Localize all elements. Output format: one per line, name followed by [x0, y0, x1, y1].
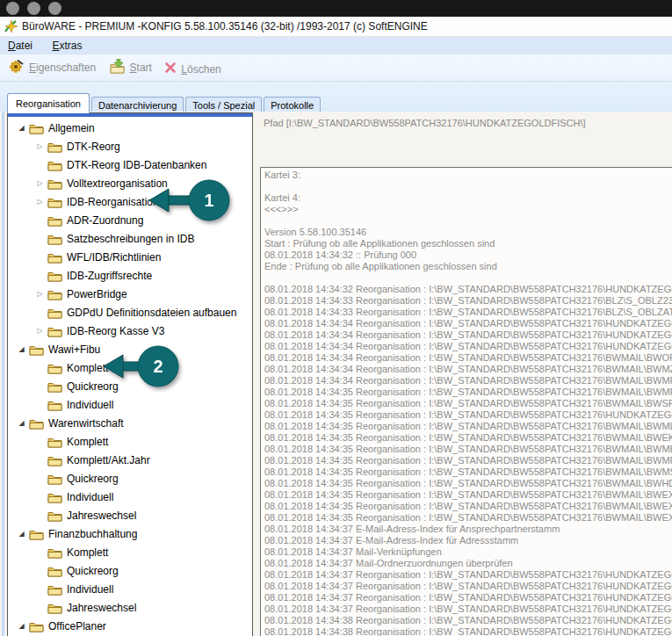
window-close-button[interactable] [6, 2, 19, 15]
log-line: 08.01.2018 14:34:37 Reorganisation : I:\… [264, 592, 672, 603]
log-line: 08.01.2018 14:34:35 Reorganisation : I:\… [264, 512, 672, 524]
folder-icon [47, 307, 62, 318]
window-title: BüroWARE - PREMIUM -KONFIG 5.58.100.3514… [22, 20, 428, 33]
tree-item-satzbeschreibungen-in-idb[interactable]: Satzbeschreibungen in IDB [8, 229, 252, 248]
tree-item-individuell[interactable]: Individuell [8, 580, 252, 598]
tree-item-label: Komplett [67, 546, 108, 559]
tree-item-powerbridge[interactable]: ▷PowerBridge [8, 285, 252, 303]
folder-icon [29, 417, 44, 429]
folder-icon [47, 141, 62, 152]
start-label: Start [130, 61, 152, 74]
tree-item-individuell[interactable]: Individuell [8, 395, 252, 414]
callout-2-arrow-badge: 2 [100, 342, 184, 391]
menu-datei[interactable]: Datei [0, 37, 40, 52]
window-maximize-button[interactable] [48, 2, 61, 15]
log-line: 08.01.2018 14:34:35 Reorganisation : I:\… [264, 409, 672, 421]
log-line: 08.01.2018 14:34:38 Reorganisation : I:\… [264, 615, 672, 626]
expand-expander-icon[interactable]: ▷ [35, 142, 45, 151]
collapse-expander-icon[interactable]: ◢ [17, 622, 26, 631]
window-chrome-bar [0, 0, 672, 17]
folder-icon [47, 214, 62, 226]
expand-expander-icon[interactable]: ▷ [35, 179, 45, 188]
folder-icon [47, 473, 62, 484]
tree-item-label: IDB-Reorganisation [67, 196, 159, 208]
tree-item-komplett[interactable]: Komplett [8, 432, 252, 451]
tree-panel-top-strip [8, 113, 252, 117]
path-label: Pfad [I:\BW_STANDARD\BW558PATCH32176\HUN… [264, 118, 586, 128]
tree-item-wfl-idb-richtlinien[interactable]: WFL/IDB/Richtlinien [8, 248, 252, 266]
expand-expander-icon[interactable]: ▷ [35, 290, 45, 299]
tab-strip: ReorganisationDatenarchivierungTools / S… [7, 91, 322, 112]
tree-item-label: Quickreorg [67, 565, 119, 577]
tree-item-komplett-akt-jahr[interactable]: Komplett/Akt.Jahr [8, 451, 252, 469]
tree-item-label: PowerBridge [67, 288, 127, 300]
folder-icon [47, 251, 62, 263]
menu-extras[interactable]: Extras [44, 37, 90, 52]
tree-item-officeplaner[interactable]: ◢OfficePlaner [8, 617, 252, 635]
eigenschaften-label: Eigenschaften [29, 61, 96, 74]
tree-item-label: Individuell [67, 583, 113, 596]
loeschen-button[interactable]: Löschen [164, 61, 220, 76]
folder-icon [47, 510, 62, 521]
log-line: <<<>>> [264, 204, 672, 215]
log-line: 08.01.2018 14:34:34 Reorganisation : I:\… [264, 375, 672, 387]
log-line: 08.01.2018 14:34:37 Reorganisation : I:\… [264, 569, 672, 581]
start-button[interactable]: Start [109, 59, 152, 76]
log-line: 08.01.2018 14:34:37 E-Mail-Adress-Index … [264, 524, 672, 535]
tree-item-allgemein[interactable]: ◢Allgemein [8, 119, 252, 137]
tree-item-individuell[interactable]: Individuell [8, 488, 252, 506]
folder-icon [29, 620, 44, 632]
tree-item-gdpdu-definitionsdateien-aufbauen[interactable]: GDPdU Definitionsdateien aufbauen [8, 303, 252, 322]
eigenschaften-button[interactable]: Eigenschaften [9, 59, 96, 76]
expand-expander-icon[interactable]: ▷ [35, 327, 45, 336]
expand-expander-icon[interactable]: ▷ [35, 198, 45, 206]
log-line: 08.01.2018 14:34:37 E-Mail-Adress-Index … [264, 535, 672, 546]
log-line: 08.01.2018 14:34:35 Reorganisation : I:\… [264, 444, 672, 455]
folder-icon [29, 528, 44, 539]
log-line [264, 215, 672, 227]
folder-icon [47, 380, 62, 392]
tree-item-jahreswechsel[interactable]: Jahreswechsel [8, 598, 252, 617]
log-line: 08.01.2018 14:34:32 :: Prüfung 000 [264, 249, 672, 261]
tree-item-label: DTK-Reorg IDB-Datenbanken [67, 159, 206, 171]
log-line: Version 5.58.100.35146 [264, 227, 672, 238]
tree-item-dtk-reorg[interactable]: ▷DTK-Reorg [8, 137, 252, 155]
log-line [264, 181, 672, 192]
start-folder-icon [109, 59, 126, 76]
tree-item-quickreorg[interactable]: Quickreorg [8, 561, 252, 580]
callout-1-arrow-badge: 1 [146, 176, 234, 225]
collapse-expander-icon[interactable]: ◢ [17, 124, 26, 133]
tab-reorganisation[interactable]: Reorganisation [7, 93, 90, 113]
log-line: Start : Prüfung ob alle Applikationen ge… [264, 238, 672, 249]
tree-item-label: Individuell [67, 491, 113, 503]
log-line: 08.01.2018 14:34:34 Reorganisation : I:\… [264, 329, 672, 341]
folder-icon [47, 159, 62, 170]
folder-icon [47, 583, 62, 595]
title-bar: BüroWARE - PREMIUM -KONFIG 5.58.100.3514… [0, 17, 672, 37]
tree-item-label: Komplett [67, 436, 108, 448]
tree-item-dtk-reorg-idb-datenbanken[interactable]: DTK-Reorg IDB-Datenbanken [8, 155, 252, 174]
tree-item-label: Wawi+Fibu [48, 343, 100, 356]
collapse-expander-icon[interactable]: ◢ [17, 530, 26, 538]
tree-item-komplett[interactable]: Komplett [8, 543, 252, 561]
window-minimize-button[interactable] [27, 2, 40, 15]
tree-item-idb-zugriffsrechte[interactable]: IDB-Zugriffsrechte [8, 266, 252, 285]
tree-item-quickreorg[interactable]: Quickreorg [8, 469, 252, 488]
log-line: 08.01.2018 14:34:35 Reorganisation : I:\… [264, 489, 672, 501]
log-line: 08.01.2018 14:34:37 Mail-Ordnerzuordnung… [264, 558, 672, 569]
tree-item-label: ADR-Zuordnung [67, 214, 143, 227]
tree-item-finanzbuchhaltung[interactable]: ◢Finanzbuchhaltung [8, 524, 252, 543]
log-line: 08.01.2018 14:34:38 Reorganisation : I:\… [264, 626, 672, 636]
log-line: 08.01.2018 14:34:34 Reorganisation : I:\… [264, 341, 672, 352]
tree-item-label: GDPdU Definitionsdateien aufbauen [67, 307, 236, 319]
protocol-log-box[interactable]: Kartei 3:Kartei 4:<<<>>>Version 5.58.100… [260, 167, 672, 636]
tree-item-label: Individuell [67, 399, 113, 411]
log-line: 08.01.2018 14:34:35 Reorganisation : I:\… [264, 501, 672, 512]
tree-item-warenwirtschaft[interactable]: ◢Warenwirtschaft [8, 414, 252, 432]
tree-item-jahreswechsel[interactable]: Jahreswechsel [8, 506, 252, 524]
tree-item-idb-reorg-kasse-v3[interactable]: ▷IDB-Reorg Kasse V3 [8, 322, 252, 340]
collapse-expander-icon[interactable]: ◢ [17, 419, 26, 428]
log-line: 08.01.2018 14:34:35 Reorganisation : I:\… [264, 387, 672, 398]
collapse-expander-icon[interactable]: ◢ [17, 345, 26, 354]
protocol-log: Kartei 3:Kartei 4:<<<>>>Version 5.58.100… [264, 170, 672, 636]
